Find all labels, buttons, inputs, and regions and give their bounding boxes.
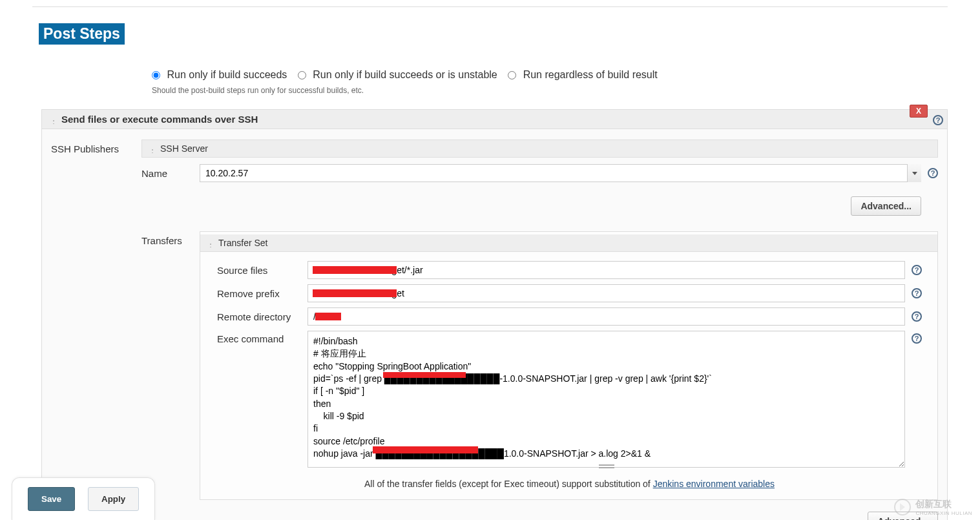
ssh-server-advanced-button[interactable]: Advanced...	[851, 196, 921, 216]
ssh-publishers-label: SSH Publishers	[51, 137, 141, 154]
radio-succeeds[interactable]: Run only if build succeeds	[152, 69, 290, 80]
radio-succeeds-label: Run only if build succeeds	[167, 69, 287, 80]
watermark-icon	[893, 498, 912, 516]
radio-unstable-input[interactable]	[298, 71, 306, 79]
help-icon[interactable]: ?	[912, 265, 922, 275]
post-steps-condition-row: Run only if build succeeds Run only if b…	[152, 69, 948, 81]
ssh-step-header: Send files or execute commands over SSH	[42, 110, 947, 129]
help-icon[interactable]: ?	[912, 311, 922, 322]
radio-succeeds-input[interactable]	[152, 71, 160, 79]
section-divider	[32, 6, 948, 7]
radio-regardless[interactable]: Run regardless of build result	[508, 69, 658, 80]
source-files-input[interactable]	[308, 261, 905, 279]
watermark-logo: 创新互联 CHUANGXIN HULIAN	[893, 498, 972, 516]
transfers-label: Transfers	[141, 229, 200, 246]
radio-unstable-label: Run only if build succeeds or is unstabl…	[313, 69, 497, 80]
transfer-set-header: Transfer Set	[200, 234, 937, 252]
remote-directory-label: Remote directory	[217, 311, 308, 322]
ssh-step-block: X ? Send files or execute commands over …	[41, 109, 948, 520]
apply-button[interactable]: Apply	[88, 487, 139, 511]
remote-directory-input[interactable]	[308, 307, 905, 326]
drag-handle-icon[interactable]	[48, 115, 56, 124]
ssh-server-name-select[interactable]: 10.20.2.57	[200, 164, 921, 182]
post-steps-title: Post Steps	[39, 23, 125, 45]
bottom-action-bar: Save Apply	[12, 477, 155, 520]
ssh-step-title: Send files or execute commands over SSH	[61, 114, 258, 125]
radio-regardless-input[interactable]	[508, 71, 516, 79]
help-icon[interactable]: ?	[928, 168, 938, 178]
help-icon[interactable]: ?	[912, 333, 922, 344]
drag-handle-icon[interactable]	[205, 238, 213, 247]
jenkins-env-vars-link[interactable]: Jenkins environment variables	[653, 479, 775, 489]
resize-handle[interactable]	[599, 464, 614, 468]
exec-command-textarea[interactable]	[308, 331, 905, 468]
help-icon[interactable]: ?	[912, 288, 922, 298]
remove-prefix-input[interactable]	[308, 284, 905, 302]
remove-step-button[interactable]: X	[910, 105, 928, 118]
drag-handle-icon[interactable]	[147, 144, 155, 153]
save-button[interactable]: Save	[28, 487, 75, 511]
exec-command-label: Exec command	[217, 331, 308, 344]
transfer-set-block: Transfer Set Source files	[200, 231, 938, 500]
transfer-help-text: All of the transfer fields (except for E…	[217, 479, 922, 489]
help-icon[interactable]: ?	[933, 115, 943, 125]
radio-unstable[interactable]: Run only if build succeeds or is unstabl…	[298, 69, 500, 80]
source-files-label: Source files	[217, 265, 308, 276]
remove-prefix-label: Remove prefix	[217, 288, 308, 299]
ssh-server-header: SSH Server	[141, 140, 938, 158]
radio-regardless-label: Run regardless of build result	[523, 69, 658, 80]
radio-help-text: Should the post-build steps run only for…	[152, 86, 948, 95]
ssh-name-label: Name	[141, 168, 200, 179]
